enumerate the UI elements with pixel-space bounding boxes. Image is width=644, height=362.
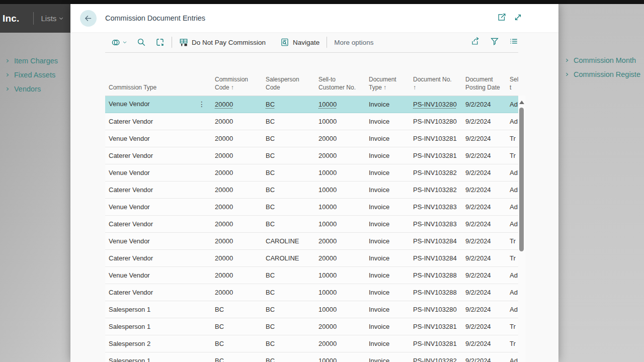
cell-commission-type[interactable]: ⋮Caterer Vendor — [105, 181, 211, 198]
cell-posting-date[interactable]: 9/2/2024 — [462, 232, 506, 249]
table-row[interactable]: ⋮Venue Vendor 20000 CAROLINE 20000 Invoi… — [105, 232, 518, 249]
cell-document-type[interactable]: Invoice — [365, 181, 410, 198]
cell-sell-to-name[interactable]: Ad — [506, 113, 518, 130]
cell-posting-date[interactable]: 9/2/2024 — [462, 164, 506, 181]
cell-salesperson-code[interactable]: BC — [262, 198, 315, 215]
search-button[interactable] — [137, 38, 146, 47]
cell-document-no[interactable]: PS-INV103282 — [410, 181, 462, 198]
table-row[interactable]: ⋮Caterer Vendor 20000 BC 10000 Invoice P… — [105, 181, 518, 198]
cell-posting-date[interactable]: 9/2/2024 — [462, 181, 506, 198]
cell-sell-to-customer-no[interactable]: 10000 — [315, 198, 365, 215]
cell-salesperson-code[interactable]: CAROLINE — [262, 232, 315, 249]
sidebar-nav-item[interactable]: Fixed Assets — [0, 68, 70, 82]
cell-document-type[interactable]: Invoice — [365, 266, 410, 284]
cell-sell-to-customer-no[interactable]: 20000 — [315, 249, 365, 266]
cell-posting-date[interactable]: 9/2/2024 — [462, 352, 506, 362]
cell-posting-date[interactable]: 9/2/2024 — [462, 284, 506, 301]
cell-commission-type[interactable]: ⋮Caterer Vendor — [105, 284, 211, 301]
cell-commission-type[interactable]: ⋮Caterer Vendor — [105, 249, 211, 266]
cell-commission-code[interactable]: 20000 — [211, 284, 262, 301]
sidebar-nav-item[interactable]: Commission Month — [558, 53, 644, 67]
column-header[interactable]: Document No.↑ — [410, 70, 462, 96]
cell-posting-date[interactable]: 9/2/2024 — [462, 147, 506, 164]
cell-commission-type[interactable]: ⋮Caterer Vendor — [105, 215, 211, 232]
table-row[interactable]: ⋮Caterer Vendor 20000 CAROLINE 20000 Inv… — [105, 249, 518, 266]
cell-sell-to-name[interactable]: Ad — [506, 198, 518, 215]
cell-sell-to-customer-no[interactable]: 10000 — [315, 113, 365, 130]
cell-commission-code[interactable]: 20000 — [211, 215, 262, 232]
cell-commission-code[interactable]: 20000 — [211, 249, 262, 266]
table-row[interactable]: ⋮Salesperson 1 BC BC 20000 Invoice PS-IN… — [105, 318, 518, 335]
cell-sell-to-name[interactable]: Tr — [506, 318, 518, 335]
expand-dialog-icon[interactable] — [514, 13, 522, 24]
table-row[interactable]: ⋮Venue Vendor 20000 BC 10000 Invoice PS-… — [105, 164, 518, 181]
cell-document-type[interactable]: Invoice — [365, 215, 410, 232]
cell-sell-to-name[interactable]: Ad — [506, 352, 518, 362]
table-row[interactable]: ⋮Salesperson 2 BC BC 20000 Invoice PS-IN… — [105, 335, 518, 352]
cell-sell-to-customer-no[interactable]: 10000 — [315, 284, 365, 301]
cell-document-no[interactable]: PS-INV103284 — [410, 232, 462, 249]
cell-document-no[interactable]: PS-INV103284 — [410, 249, 462, 266]
cell-commission-code[interactable]: BC — [211, 335, 262, 352]
table-row[interactable]: ⋮Caterer Vendor 20000 BC 20000 Invoice P… — [105, 147, 518, 164]
cell-document-no[interactable]: PS-INV103281 — [410, 335, 462, 352]
cell-sell-to-name[interactable]: Ad — [506, 284, 518, 301]
sidebar-nav-item[interactable]: Commission Registe — [558, 67, 644, 81]
cell-posting-date[interactable]: 9/2/2024 — [462, 215, 506, 232]
cell-document-type[interactable]: Invoice — [365, 284, 410, 301]
column-header[interactable]: Commission Code↑ — [211, 70, 262, 96]
cell-sell-to-name[interactable]: Ad — [506, 215, 518, 232]
cell-sell-to-customer-no[interactable]: 20000 — [315, 147, 365, 164]
cell-document-type[interactable]: Invoice — [365, 96, 410, 113]
cell-document-type[interactable]: Invoice — [365, 113, 410, 130]
table-row[interactable]: ⋮Caterer Vendor 20000 BC 10000 Invoice P… — [105, 113, 518, 130]
cell-commission-code[interactable]: 20000 — [211, 113, 262, 130]
back-button[interactable] — [80, 10, 97, 27]
cell-posting-date[interactable]: 9/2/2024 — [462, 266, 506, 284]
do-not-pay-commission-button[interactable]: Do Not Pay Commission — [179, 38, 266, 47]
cell-salesperson-code[interactable]: BC — [262, 284, 315, 301]
cell-sell-to-name[interactable]: Tr — [506, 249, 518, 266]
cell-sell-to-name[interactable]: Ad — [506, 181, 518, 198]
cell-salesperson-code[interactable]: BC — [262, 96, 315, 113]
cell-salesperson-code[interactable]: BC — [262, 318, 315, 335]
cell-commission-type[interactable]: ⋮Salesperson 1 — [105, 301, 211, 318]
column-header[interactable]: Sell-to Customer No. — [315, 70, 365, 96]
cell-commission-type[interactable]: ⋮Venue Vendor — [105, 96, 211, 113]
cell-document-type[interactable]: Invoice — [365, 301, 410, 318]
cell-sell-to-customer-no[interactable]: 10000 — [315, 181, 365, 198]
cell-document-type[interactable]: Invoice — [365, 335, 410, 352]
cell-salesperson-code[interactable]: BC — [262, 130, 315, 147]
cell-salesperson-code[interactable]: BC — [262, 147, 315, 164]
cell-commission-type[interactable]: ⋮Salesperson 1 — [105, 318, 211, 335]
cell-commission-code[interactable]: 20000 — [211, 130, 262, 147]
cell-salesperson-code[interactable]: BC — [262, 266, 315, 284]
navigate-button[interactable]: Navigate — [280, 38, 319, 47]
cell-commission-type[interactable]: ⋮Venue Vendor — [105, 164, 211, 181]
cell-document-type[interactable]: Invoice — [365, 164, 410, 181]
table-row[interactable]: ⋮Venue Vendor 20000 BC 10000 Invoice PS-… — [105, 266, 518, 284]
cell-sell-to-name[interactable]: Ad — [506, 266, 518, 284]
cell-document-no[interactable]: PS-INV103281 — [410, 318, 462, 335]
cell-commission-code[interactable]: 20000 — [211, 147, 262, 164]
cell-posting-date[interactable]: 9/2/2024 — [462, 301, 506, 318]
cell-document-no[interactable]: PS-INV103282 — [410, 164, 462, 181]
cell-sell-to-customer-no[interactable]: 20000 — [315, 232, 365, 249]
cell-posting-date[interactable]: 9/2/2024 — [462, 96, 506, 113]
cell-sell-to-customer-no[interactable]: 10000 — [315, 96, 365, 113]
cell-document-type[interactable]: Invoice — [365, 352, 410, 362]
table-row[interactable]: ⋮Salesperson 1 BC BC 10000 Invoice PS-IN… — [105, 352, 518, 362]
cell-commission-type[interactable]: ⋮Caterer Vendor — [105, 113, 211, 130]
cell-commission-code[interactable]: 20000 — [211, 198, 262, 215]
cell-sell-to-name[interactable]: Tr — [506, 232, 518, 249]
cell-posting-date[interactable]: 9/2/2024 — [462, 335, 506, 352]
cell-salesperson-code[interactable]: BC — [262, 181, 315, 198]
cell-sell-to-name[interactable]: Ad — [506, 164, 518, 181]
cell-document-type[interactable]: Invoice — [365, 198, 410, 215]
cell-commission-code[interactable]: 20000 — [211, 164, 262, 181]
cell-document-no[interactable]: PS-INV103283 — [410, 198, 462, 215]
cell-commission-type[interactable]: ⋮Venue Vendor — [105, 232, 211, 249]
cell-commission-type[interactable]: ⋮Venue Vendor — [105, 198, 211, 215]
cell-document-type[interactable]: Invoice — [365, 130, 410, 147]
cell-commission-code[interactable]: 20000 — [211, 232, 262, 249]
